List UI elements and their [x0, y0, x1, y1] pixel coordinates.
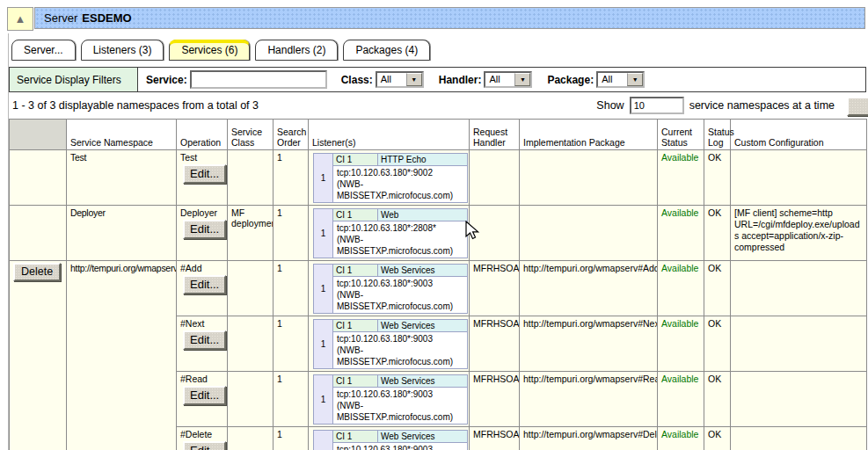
services-table: Service Namespace Operation Service Clas…	[9, 119, 867, 450]
listener-endpoint: tcp:10.120.63.180*:2808*	[337, 222, 463, 234]
delete-namespace-button[interactable]: Delete	[13, 263, 61, 281]
column-header-listeners: Listener(s)	[309, 120, 470, 150]
listener-name: Web Services	[378, 320, 468, 332]
listener-address: tcp:10.120.63.180*:2808* (NWB-MBISSETXP.…	[333, 221, 468, 258]
operation-cell: Deployer Edit...	[177, 206, 228, 261]
custom-configuration-cell	[731, 372, 867, 427]
operation-label: Deployer	[180, 207, 223, 218]
tab-services[interactable]: Services (6)	[169, 40, 250, 61]
show-group: Show service namespaces at a time	[596, 97, 843, 114]
class-select-value: All	[377, 73, 406, 86]
filter-bar: Service Display Filters Service: Class: …	[9, 67, 866, 92]
handler-select[interactable]: All ▼	[484, 71, 532, 88]
listener-address: tcp:10.120.63.180*:9003 (NWB-MBISSETXP.m…	[333, 443, 468, 450]
custom-configuration-cell	[731, 316, 867, 372]
server-title-prefix: Server	[44, 11, 77, 25]
current-status-cell: Available	[658, 261, 704, 316]
class-select[interactable]: All ▼	[376, 71, 424, 88]
request-handler-cell: MFRHSOAP	[470, 372, 520, 427]
column-header-service-namespace: Service Namespace	[67, 120, 177, 150]
edit-operation-button[interactable]: Edit...	[183, 330, 226, 350]
search-order-cell: 1	[274, 316, 309, 372]
listener-cell: 1 CI 1 Web tcp:10.120.63.180*:2808* (NWB…	[309, 206, 470, 261]
column-header-current-status: Current Status	[658, 120, 704, 150]
listener-conversation: CI 1	[333, 209, 378, 221]
operation-label: #Read	[180, 374, 223, 384]
listener-index: 1	[314, 375, 333, 425]
services-page: ▲ Server ESDEMO Server... Listeners (3) …	[0, 0, 868, 450]
request-handler-cell	[470, 150, 520, 206]
listener-address: tcp:10.120.63.180*:9003 (NWB-MBISSETXP.m…	[333, 388, 468, 425]
request-handler-cell	[470, 206, 520, 261]
package-label: Package:	[547, 74, 594, 86]
filter-fields: Service: Class: All ▼ Handler: All ▼ Pac…	[138, 68, 865, 91]
edit-operation-button[interactable]: Edit...	[183, 164, 226, 184]
operation-cell: #Delete Edit...	[177, 427, 228, 450]
operation-label: Test	[180, 152, 223, 163]
listener-index: 1	[314, 320, 333, 369]
current-status-cell: Available	[658, 316, 704, 372]
apply-show-button[interactable]	[847, 97, 868, 116]
listener-conversation: CI 1	[333, 320, 378, 332]
column-header-search-order: Search Order	[274, 120, 309, 150]
tab-server[interactable]: Server...	[11, 40, 76, 61]
listener-summary: 1 CI 1 Web Services tcp:10.120.63.180*:9…	[313, 430, 468, 450]
listener-host: (NWB-MBISSETXP.microfocus.com)	[337, 400, 463, 423]
package-select-value: All	[598, 73, 627, 86]
listener-conversation: CI 1	[333, 154, 378, 166]
collapse-toggle[interactable]: ▲	[7, 7, 33, 31]
status-log-cell: OK	[704, 261, 731, 316]
column-header-request-handler: Request Handler	[470, 120, 520, 150]
edit-operation-button[interactable]: Edit...	[183, 386, 226, 405]
triangle-up-icon: ▲	[15, 13, 26, 25]
server-name: ESDEMO	[82, 11, 131, 25]
request-handler-cell: MFRHSOAP	[470, 316, 520, 372]
current-status-cell: Available	[658, 206, 704, 261]
dropdown-arrow-icon: ▼	[627, 73, 643, 86]
header-row: Service Namespace Operation Service Clas…	[10, 120, 867, 150]
service-class-cell	[228, 427, 274, 450]
implementation-package-cell	[520, 150, 658, 206]
listener-name: Web Services	[378, 375, 468, 388]
dropdown-arrow-icon: ▼	[514, 73, 530, 86]
service-class-cell	[228, 150, 274, 206]
show-suffix: service namespaces at a time	[689, 99, 835, 112]
show-label: Show	[596, 99, 624, 112]
tab-handlers[interactable]: Handlers (2)	[255, 40, 338, 61]
service-filter-input[interactable]	[190, 70, 327, 89]
services-table-wrap: Service Namespace Operation Service Clas…	[9, 119, 867, 450]
operation-cell: #Add Edit...	[177, 261, 228, 316]
tab-packages[interactable]: Packages (4)	[343, 40, 430, 61]
listener-cell: 1 CI 1 Web Services tcp:10.120.63.180*:9…	[309, 427, 470, 450]
edit-operation-button[interactable]: Edit...	[183, 441, 226, 450]
listener-endpoint: tcp:10.120.63.180*:9003	[337, 333, 463, 345]
edit-operation-button[interactable]: Edit...	[183, 220, 226, 239]
search-order-cell: 1	[274, 150, 309, 206]
action-cell	[10, 206, 67, 261]
custom-configuration-cell: [MF client] scheme=http URL=/cgi/mfdeplo…	[731, 206, 867, 261]
service-label: Service:	[146, 74, 187, 86]
listener-host: (NWB-MBISSETXP.microfocus.com)	[337, 289, 463, 312]
edit-operation-button[interactable]: Edit...	[183, 275, 226, 294]
package-select[interactable]: All ▼	[596, 71, 645, 88]
status-log-cell: OK	[704, 427, 731, 450]
operation-label: #Add	[180, 263, 223, 273]
filter-title: Service Display Filters	[10, 68, 138, 91]
dropdown-arrow-icon: ▼	[406, 73, 422, 86]
listener-endpoint: tcp:10.120.63.180*:9003	[337, 444, 463, 450]
current-status-cell: Available	[658, 372, 704, 427]
server-header: Server ESDEMO	[34, 7, 865, 29]
action-cell: Delete	[10, 261, 67, 450]
listener-name: HTTP Echo	[378, 154, 468, 166]
implementation-package-cell: http://tempuri.org/wmapserv#Delete	[520, 427, 658, 450]
status-log-cell: OK	[704, 206, 731, 261]
search-order-cell: 1	[274, 372, 309, 427]
listener-summary: 1 CI 1 Web Services tcp:10.120.63.180*:9…	[313, 319, 468, 369]
service-row-wmapserv-add: Delete http://tempuri.org/wmapserv #Add …	[10, 261, 867, 316]
listener-address: tcp:10.120.63.180*:9003 (NWB-MBISSETXP.m…	[333, 277, 468, 314]
implementation-package-cell: http://tempuri.org/wmapserv#Read	[520, 372, 658, 427]
listener-conversation: CI 1	[333, 431, 378, 443]
show-count-input[interactable]	[630, 97, 684, 114]
operation-label: #Next	[180, 318, 223, 329]
tab-listeners[interactable]: Listeners (3)	[81, 40, 164, 61]
